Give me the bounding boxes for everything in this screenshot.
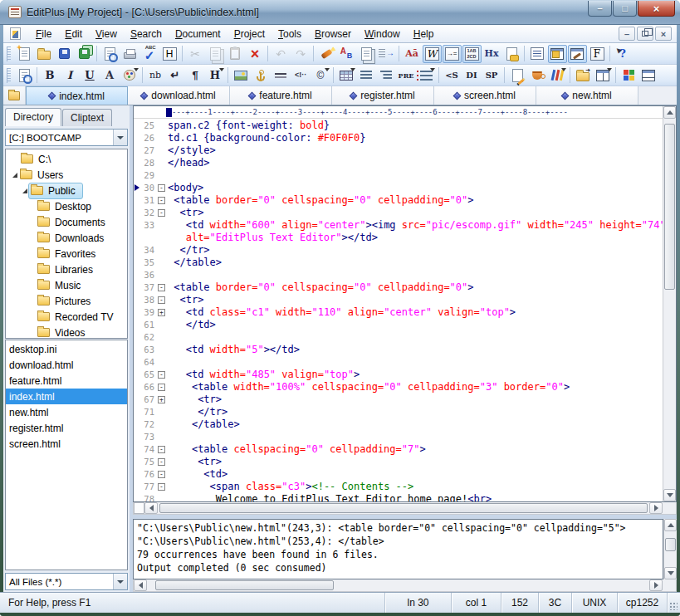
code-line[interactable]: 72 </table> xyxy=(134,418,663,431)
code-line[interactable]: 37- <table border="0" cellspacing="0" ce… xyxy=(134,281,663,294)
scroll-left-button[interactable] xyxy=(134,579,147,591)
tree-item-pictures[interactable]: Pictures xyxy=(6,293,127,309)
insert-list-button[interactable] xyxy=(417,66,436,85)
code-line[interactable]: 32- <tr> xyxy=(134,207,663,219)
tree-item-music[interactable]: Music xyxy=(6,277,127,293)
tab-feature.html[interactable]: feature.html xyxy=(230,86,332,105)
bold-button[interactable]: B xyxy=(41,66,60,85)
fold-collapse-icon[interactable]: - xyxy=(158,197,165,204)
code-line[interactable]: 74- <table cellspacing="0" cellpadding="… xyxy=(134,443,663,456)
code-line[interactable]: 78 Welcome to EditPlus Text Editor home … xyxy=(134,493,663,501)
fold-collapse-icon[interactable]: - xyxy=(158,184,165,192)
div-align-left-button[interactable] xyxy=(357,66,376,85)
edit-script-button[interactable] xyxy=(508,66,527,85)
copy-button[interactable] xyxy=(206,45,225,63)
code-line[interactable]: 75- <tr> xyxy=(134,456,663,468)
code-line[interactable]: 73 xyxy=(134,431,663,443)
file-item-feature.html[interactable]: feature.html xyxy=(6,373,127,389)
output-line[interactable]: Output completed (0 sec consumed) xyxy=(137,561,659,574)
scroll-down-button[interactable] xyxy=(663,489,676,501)
context-help-button[interactable]: ? xyxy=(614,45,633,63)
fold-collapse-icon[interactable]: - xyxy=(158,384,165,391)
code-line[interactable]: 67+ <tr> xyxy=(134,394,663,406)
browser-preview-button[interactable] xyxy=(15,66,34,85)
tree-item-c[interactable]: C:\ xyxy=(6,151,127,167)
horizontal-rule-button[interactable] xyxy=(272,66,291,85)
special-character-button[interactable]: © xyxy=(311,66,330,85)
cliptext-window-button[interactable] xyxy=(528,45,547,63)
code-line[interactable]: 38- <tr> xyxy=(134,294,663,306)
delete-button[interactable]: × xyxy=(246,45,265,63)
print-button[interactable] xyxy=(120,45,139,63)
code-line[interactable]: 64 xyxy=(134,356,663,369)
scroll-right-button[interactable] xyxy=(649,579,663,591)
code-line[interactable]: 30-<body> xyxy=(134,182,663,194)
cut-button[interactable]: ✂ xyxy=(186,45,205,63)
nbsp-button[interactable]: nb xyxy=(146,66,165,85)
tab-list-button[interactable] xyxy=(3,86,26,105)
mdi-restore-button[interactable] xyxy=(637,27,653,41)
browse-folder-button[interactable] xyxy=(574,66,593,85)
scroll-up-button[interactable] xyxy=(664,519,677,531)
menu-project[interactable]: Project xyxy=(227,26,272,42)
italic-button[interactable]: I xyxy=(61,66,80,85)
dropdown-arrow-icon[interactable] xyxy=(561,68,566,71)
file-item-index.html[interactable]: index.html xyxy=(6,389,127,404)
document-icon[interactable] xyxy=(10,27,21,40)
expand-arrow-icon[interactable] xyxy=(22,188,27,193)
paste-button[interactable] xyxy=(226,45,245,63)
preformatted-button[interactable]: PRE xyxy=(397,66,416,85)
chevron-down-icon[interactable] xyxy=(113,574,127,589)
menu-search[interactable]: Search xyxy=(124,26,169,42)
menu-browser[interactable]: Browser xyxy=(308,26,358,42)
tab-index.html[interactable]: index.html xyxy=(26,86,128,105)
code-line[interactable]: 28</head> xyxy=(134,157,663,169)
scroll-right-button[interactable] xyxy=(649,502,663,514)
insert-table-button[interactable] xyxy=(337,66,356,85)
tree-item-favorites[interactable]: Favorites xyxy=(6,246,127,262)
menu-file[interactable]: File xyxy=(29,26,58,42)
scroll-thumb[interactable] xyxy=(159,503,648,513)
fold-expand-icon[interactable]: + xyxy=(158,396,165,403)
tab-screen.html[interactable]: screen.html xyxy=(434,86,536,105)
fold-collapse-icon[interactable]: - xyxy=(158,209,165,217)
menu-view[interactable]: View xyxy=(89,26,124,42)
fold-collapse-icon[interactable]: - xyxy=(158,284,165,291)
save-button[interactable] xyxy=(55,45,74,63)
tree-item-videos[interactable]: Videos xyxy=(6,325,127,339)
tree-item-downloads[interactable]: Downloads xyxy=(6,230,127,246)
open-file-button[interactable] xyxy=(35,45,54,63)
mdi-close-button[interactable]: × xyxy=(655,27,672,41)
insert-sp-button[interactable]: SP xyxy=(482,66,501,85)
mdi-minimize-button[interactable]: – xyxy=(619,27,635,41)
tab-download.html[interactable]: download.html xyxy=(128,86,230,105)
spell-check-button[interactable]: ABC✓ xyxy=(140,45,159,63)
panel-tab-directory[interactable]: Directory xyxy=(5,108,61,126)
code-line[interactable]: 26td.c1 {background-color: #F0F0F0} xyxy=(134,132,663,144)
toolbar-grip[interactable] xyxy=(7,46,11,61)
change-case-button[interactable]: Aā xyxy=(403,45,422,63)
css-style-button[interactable] xyxy=(528,66,547,85)
directory-window-toggle[interactable] xyxy=(548,45,567,63)
tree-item-public[interactable]: Public xyxy=(6,183,127,198)
split-view-button[interactable] xyxy=(639,66,658,85)
tree-item-libraries[interactable]: Libraries xyxy=(6,262,127,277)
code-line[interactable]: 63 <td width="5"></td> xyxy=(134,344,663,356)
insert-image-button[interactable] xyxy=(232,66,251,85)
drive-selector[interactable]: [C:] BOOTCAMP xyxy=(5,129,128,146)
scroll-thumb[interactable] xyxy=(664,124,675,290)
output-line[interactable]: "C:\Users\Public\new.html"(253,4): </tab… xyxy=(137,535,659,548)
menu-window[interactable]: Window xyxy=(358,26,407,42)
tree-item-recorded-tv[interactable]: Recorded TV xyxy=(6,309,127,325)
code-line[interactable]: 62 xyxy=(134,331,663,344)
code-line[interactable]: 33 <td width="600" align="center"><img s… xyxy=(134,219,663,232)
output-vertical-scrollbar[interactable] xyxy=(663,519,677,579)
title-bar[interactable]: EditPlus [My Project] - [C:\Users\Public… xyxy=(0,0,680,25)
file-item-screen.html[interactable]: screen.html xyxy=(6,436,127,452)
html-comment-button[interactable]: <!·· xyxy=(291,66,311,85)
word-wrap-toggle[interactable]: W xyxy=(423,45,442,63)
maximize-button[interactable]: □ xyxy=(613,1,637,17)
font-button[interactable]: A xyxy=(100,66,120,85)
paragraph-button[interactable]: ¶ xyxy=(186,66,205,85)
close-button[interactable]: × xyxy=(638,1,675,17)
